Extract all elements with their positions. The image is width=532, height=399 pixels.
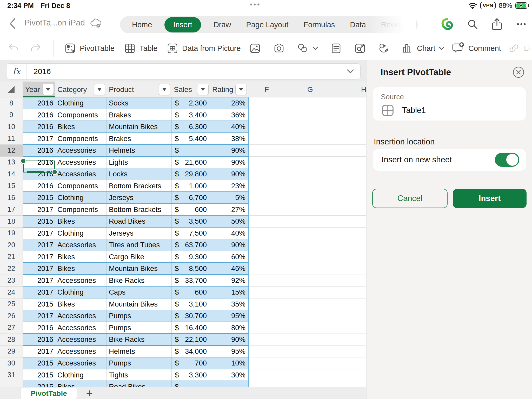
cell-sales[interactable]: $3,300 (171, 369, 210, 381)
panel-close-button[interactable] (512, 66, 525, 78)
tab-formulas[interactable]: Formulas (303, 21, 335, 29)
tab-insert[interactable]: Insert (164, 17, 201, 32)
cell-sales[interactable]: $2,300 (171, 97, 210, 109)
more-menu-icon[interactable] (515, 18, 527, 30)
empty-cells[interactable] (248, 275, 366, 287)
cell-rating[interactable]: 90% (210, 168, 248, 180)
row-number[interactable]: 14 (0, 168, 23, 180)
cell-sales[interactable]: $6,300 (171, 121, 210, 132)
row-number[interactable]: 8 (0, 97, 23, 109)
cell-category[interactable]: Clothing (55, 287, 107, 298)
cell-product[interactable]: Mountain Bikes (107, 121, 171, 132)
cell-category[interactable]: Clothing (55, 228, 107, 239)
cancel-button[interactable]: Cancel (372, 189, 448, 208)
cell-product[interactable]: Mountain Bikes (107, 298, 171, 310)
cell-product[interactable]: Road Bikes (107, 216, 171, 227)
empty-cells[interactable] (248, 216, 366, 228)
cell-rating[interactable]: 90% (210, 145, 248, 156)
row-number[interactable]: 26 (0, 310, 23, 322)
fill-handle-dash-small[interactable] (46, 171, 50, 173)
column-header-year[interactable]: Year (23, 82, 55, 97)
row-number[interactable]: 17 (0, 204, 23, 216)
pivottable-button[interactable]: PivotTable (64, 36, 115, 60)
cell-sales[interactable]: $5,400 (171, 133, 210, 144)
column-header-sales[interactable]: Sales (171, 82, 210, 97)
cell-product[interactable]: Jerseys (107, 192, 171, 203)
cell-sales[interactable]: $63,700 (171, 239, 210, 251)
column-header-product[interactable]: Product (107, 82, 171, 97)
cell-product[interactable]: Tires and Tubes (107, 239, 171, 251)
cell-sales[interactable]: $700 (171, 357, 210, 369)
cell-rating[interactable]: 28% (210, 97, 248, 109)
cell-category[interactable]: Accessories (55, 168, 107, 180)
cell-category[interactable]: Components (55, 204, 107, 215)
formula-value[interactable]: 2016 (27, 67, 347, 76)
column-header-f[interactable]: F (248, 82, 285, 97)
sheet-tab-pivottable[interactable]: PivotTable (21, 388, 77, 399)
cell-rating[interactable]: 30% (210, 369, 248, 381)
data-from-picture-button[interactable]: Data from Picture (166, 36, 241, 60)
cell-category[interactable]: Clothing (55, 369, 107, 381)
empty-cells[interactable] (248, 157, 366, 169)
cell-rating[interactable]: 27% (210, 204, 248, 215)
cell-sales[interactable]: $29,800 (171, 168, 210, 180)
cell-sales[interactable]: $22,100 (171, 334, 210, 345)
empty-cells[interactable] (248, 145, 366, 157)
filter-dropdown-button[interactable] (197, 84, 209, 95)
selection-handle-bottom-right[interactable] (52, 169, 58, 175)
cell-sales[interactable]: $33,700 (171, 275, 210, 286)
empty-cells[interactable] (248, 204, 366, 216)
column-header-rating[interactable]: Rating (210, 82, 248, 97)
cell-category[interactable]: Bikes (55, 121, 107, 132)
cell-year[interactable]: 2016 (23, 145, 55, 156)
cell-year[interactable]: 2016 (23, 109, 55, 121)
cell-year[interactable]: 2016 (23, 97, 55, 109)
cell-rating[interactable]: 80% (210, 322, 248, 334)
cell-product[interactable]: Tights (107, 369, 171, 381)
cell-year[interactable]: 2016 (23, 121, 55, 132)
cell-year[interactable]: 2016 (23, 180, 55, 192)
cell-rating[interactable]: 50% (210, 216, 248, 227)
cell-rating[interactable]: 5% (210, 192, 248, 203)
cell-category[interactable]: Accessories (55, 310, 107, 322)
column-header-h[interactable]: H (335, 82, 366, 97)
empty-cells[interactable] (248, 192, 366, 204)
cell-year[interactable]: 2017 (23, 204, 55, 215)
cell-product[interactable]: Pumps (107, 322, 171, 334)
row-number[interactable]: 23 (0, 275, 23, 287)
empty-cells[interactable] (248, 357, 366, 369)
filter-dropdown-button[interactable] (235, 84, 247, 95)
row-number[interactable]: 13 (0, 157, 23, 169)
cell-year[interactable]: 2015 (23, 298, 55, 310)
fill-handle-dash[interactable] (27, 171, 44, 173)
cell-product[interactable]: Locks (107, 168, 171, 180)
cell-product[interactable]: Lights (107, 157, 171, 168)
cell-year[interactable]: 2017 (23, 239, 55, 251)
cell-rating[interactable]: 10% (210, 357, 248, 369)
cell-year[interactable]: 2017 (23, 275, 55, 286)
cell-rating[interactable]: 90% (210, 239, 248, 251)
insert-on-new-sheet-toggle[interactable] (495, 153, 519, 167)
cell-category[interactable]: Clothing (55, 192, 107, 203)
empty-cells[interactable] (248, 180, 366, 192)
cell-sales[interactable]: $3,500 (171, 216, 210, 227)
cell-year[interactable]: 2017 (23, 228, 55, 239)
row-number[interactable]: 28 (0, 334, 23, 346)
cell-sales[interactable]: $7,500 (171, 228, 210, 239)
cell-sales[interactable]: $ (171, 145, 210, 156)
cell-sales[interactable]: $3,100 (171, 298, 210, 310)
formula-bar[interactable]: fx 2016 (6, 63, 361, 79)
cell-rating[interactable]: 90% (210, 157, 248, 168)
cell-category[interactable]: Bikes (55, 381, 107, 387)
column-header-g[interactable]: G (285, 82, 335, 97)
add-sheet-button[interactable]: + (83, 387, 96, 399)
insert-button[interactable]: Insert (453, 189, 527, 208)
cell-category[interactable]: Accessories (55, 145, 107, 156)
cell-rating[interactable]: 92% (210, 275, 248, 286)
cell-product[interactable]: Brakes (107, 109, 171, 121)
row-number[interactable]: 9 (0, 109, 23, 121)
cell-product[interactable]: Bike Racks (107, 275, 171, 286)
cell-rating[interactable]: 36% (210, 109, 248, 121)
cell-category[interactable]: Accessories (55, 346, 107, 357)
image-search-icon[interactable] (354, 36, 366, 60)
